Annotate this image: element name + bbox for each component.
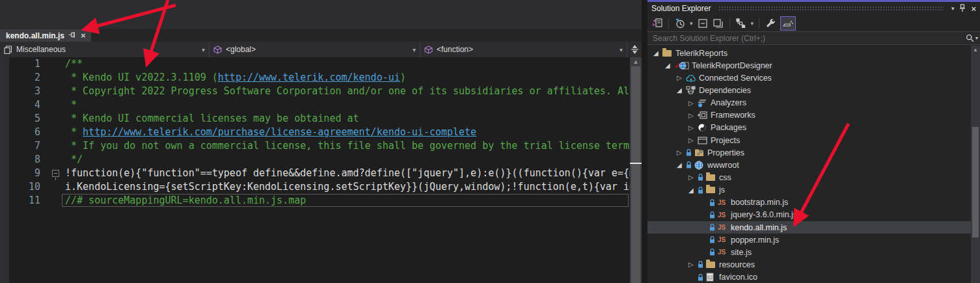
chevron-down-icon: ▾: [202, 46, 205, 53]
line-number: 11: [0, 194, 40, 208]
split-editor-icon[interactable]: [627, 42, 642, 57]
chevron-expanded-icon[interactable]: ◢: [677, 87, 686, 94]
preview-selected-items-icon[interactable]: [780, 16, 796, 31]
chevron-collapsed-icon[interactable]: ▷: [688, 124, 698, 131]
member-dropdown[interactable]: <function> ▾: [420, 42, 627, 57]
editor-header-area: [0, 0, 642, 29]
js-file-icon: JS: [718, 236, 729, 243]
tree-item-kendo-all-min-js[interactable]: JS kendo.all.min.js: [647, 221, 971, 234]
panel-title: Solution Explorer: [651, 4, 711, 13]
close-icon[interactable]: ×: [971, 5, 976, 13]
solution-explorer-scrollbar[interactable]: ▲: [971, 46, 980, 283]
scrollbar-up-arrow-icon[interactable]: ▲: [630, 57, 642, 66]
collapse-region-icon[interactable]: –: [52, 170, 59, 177]
tree-item-frameworks[interactable]: ▷ Frameworks: [647, 109, 971, 122]
project-scope-dropdown[interactable]: Miscellaneous ▾: [0, 42, 210, 57]
folder-icon: [706, 174, 718, 181]
scrollbar-thumb[interactable]: [631, 66, 640, 283]
chevron-down-icon[interactable]: ▾: [751, 20, 754, 27]
search-input[interactable]: [647, 34, 966, 43]
code-editor[interactable]: 1/** 2 * Kendo UI v2022.3.1109 (http://w…: [0, 57, 642, 283]
dependencies-icon: [686, 86, 698, 94]
kendo-ui-link[interactable]: http://www.telerik.com/kendo-ui: [218, 72, 400, 83]
chevron-collapsed-icon[interactable]: ▷: [688, 137, 698, 144]
window-position-dropdown-icon[interactable]: ▾: [951, 6, 955, 12]
toolbar-separator: [729, 18, 730, 29]
tree-item-favicon-ico[interactable]: favicon.ico: [647, 271, 971, 283]
image-file-icon: [706, 273, 718, 282]
chevron-down-icon[interactable]: ▾: [975, 35, 978, 41]
lock-icon: [686, 161, 694, 168]
search-icon[interactable]: ▾: [966, 34, 980, 42]
pin-icon[interactable]: [959, 4, 966, 13]
code-line: 5 * Kendo UI commercial licenses may be …: [0, 112, 630, 126]
code-line: 7 * If you do not own a commercial licen…: [0, 139, 630, 153]
scrollbar-up-arrow-icon[interactable]: ▲: [971, 47, 980, 53]
tree-item-analyzers[interactable]: ▷ i Analyzers: [647, 97, 971, 109]
chevron-collapsed-icon[interactable]: ▷: [688, 112, 698, 119]
show-all-files-icon[interactable]: [713, 18, 724, 29]
tree-item-connected-services[interactable]: ▷ Connected Services: [647, 72, 971, 84]
chevron-collapsed-icon[interactable]: ▷: [677, 74, 686, 81]
titlebar-drag-texture: [718, 6, 943, 11]
editor-pane: kendo.all.min.js × ▾ Miscellaneous ▾: [0, 0, 642, 283]
tree-item-bootstrap-min-js[interactable]: JS bootstrap.min.js: [647, 196, 971, 209]
tree-item-popper-min-js[interactable]: JS popper.min.js: [647, 234, 971, 246]
line-number: 5: [0, 112, 40, 126]
tree-item-telerikreports[interactable]: ◢ TelerikReports: [647, 47, 971, 59]
folder-icon: [706, 187, 718, 193]
tree-item-css[interactable]: ▷ css: [647, 171, 971, 183]
line-number: 10: [0, 180, 40, 194]
chevron-collapsed-icon[interactable]: ▷: [688, 174, 698, 181]
collapse-all-icon[interactable]: [697, 18, 709, 29]
line-number: 9: [0, 167, 40, 180]
editor-vertical-scrollbar[interactable]: ▲: [630, 57, 642, 283]
lock-icon: [709, 199, 718, 206]
js-file-icon: JS: [718, 199, 729, 206]
chevron-expanded-icon[interactable]: ◢: [665, 62, 674, 69]
chevron-collapsed-icon[interactable]: ▷: [688, 261, 698, 268]
solution-tree: ◢ TelerikReports ◢ ✓ TelerikReportDesign…: [647, 47, 971, 283]
pin-icon[interactable]: [69, 31, 76, 40]
solution-explorer-search: ▾: [647, 31, 980, 45]
pending-changes-filter-icon[interactable]: [674, 18, 686, 29]
packages-icon: [698, 123, 709, 132]
tree-item-site-js[interactable]: JS site.js: [647, 246, 971, 258]
scrollbar-thumb[interactable]: [972, 127, 979, 237]
license-agreement-link[interactable]: http://www.telerik.com/purchase/license-…: [83, 126, 476, 138]
tree-item-packages[interactable]: ▷ Packages: [647, 122, 971, 134]
tree-item-resources[interactable]: ▷ resources: [647, 258, 971, 271]
line-number: 6: [0, 126, 40, 139]
switch-views-icon[interactable]: [651, 18, 663, 29]
sync-with-active-document-icon[interactable]: [735, 18, 747, 29]
tab-label: kendo.all.min.js: [6, 31, 64, 40]
line-number: 2: [0, 71, 40, 85]
tree-item-wwwroot[interactable]: ◢ wwwroot: [647, 159, 971, 171]
tree-item-dependencies[interactable]: ◢ Dependencies: [647, 84, 971, 96]
js-file-icon: JS: [718, 224, 729, 231]
chevron-down-icon[interactable]: ▾: [690, 20, 693, 27]
tree-item-jquery-3-6-0-min-js[interactable]: JS jquery-3.6.0.min.js: [647, 209, 971, 221]
tree-item-properties[interactable]: ▷ Properties: [647, 146, 971, 159]
code-line-current: 11//# sourceMappingURL=kendo.all.min.js.…: [0, 194, 630, 208]
chevron-collapsed-icon[interactable]: ▷: [677, 149, 686, 156]
chevron-expanded-icon[interactable]: ◢: [688, 187, 698, 194]
chevron-expanded-icon[interactable]: ◢: [653, 49, 662, 57]
chevron-expanded-icon[interactable]: ◢: [677, 161, 686, 168]
tree-item-telerikreportdesigner[interactable]: ◢ ✓ TelerikReportDesigner: [647, 59, 971, 72]
tab-kendo-all-min-js[interactable]: kendo.all.min.js ×: [0, 29, 91, 42]
close-icon[interactable]: ×: [81, 31, 86, 40]
scope-label: Miscellaneous: [16, 45, 66, 54]
code-line: 2 * Kendo UI v2022.3.1109 (http://www.te…: [0, 71, 630, 85]
type-dropdown[interactable]: <global> ▾: [210, 42, 420, 57]
tree-item-projects[interactable]: ▷ Projects: [647, 134, 971, 146]
solution-explorer-titlebar[interactable]: Solution Explorer ▾ ×: [647, 2, 980, 15]
chevron-collapsed-icon[interactable]: ▷: [688, 100, 698, 107]
code-line: 4 *: [0, 98, 630, 112]
lock-icon: [698, 274, 706, 281]
properties-wrench-icon[interactable]: [765, 18, 776, 29]
lock-icon: [709, 224, 718, 231]
fold-guide-line: [55, 178, 56, 180]
chevron-down-icon: ▾: [619, 46, 623, 53]
tree-item-js[interactable]: ◢ js: [647, 184, 971, 196]
